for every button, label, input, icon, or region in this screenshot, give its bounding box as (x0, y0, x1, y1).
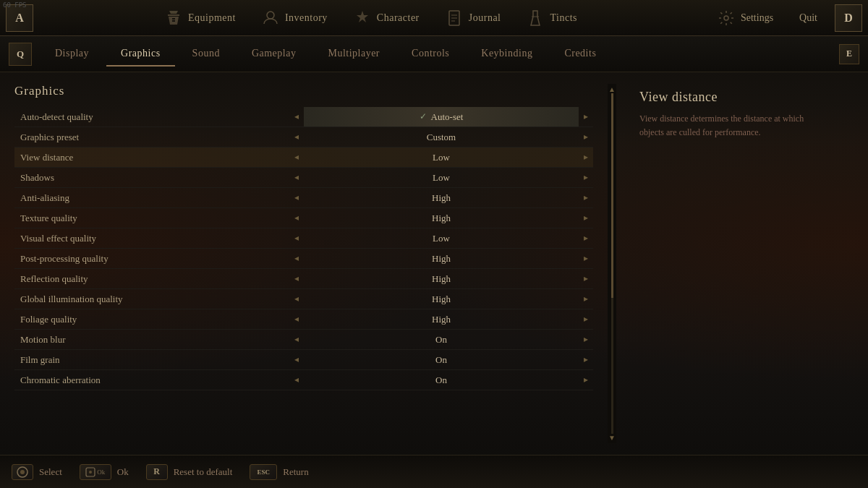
tab-credits[interactable]: Credits (550, 42, 610, 67)
nav-item-character[interactable]: Character (341, 0, 433, 36)
tab-graphics[interactable]: Graphics (106, 42, 175, 67)
setting-value-film-grain: On (304, 354, 579, 366)
nav-tincts-label: Tincts (550, 12, 577, 24)
left-arrow-foliage[interactable]: ◂ (289, 314, 304, 325)
left-arrow-view-distance[interactable]: ◂ (289, 152, 304, 163)
right-corner-button[interactable]: D (835, 4, 862, 32)
setting-value-anti-aliasing: High (304, 192, 579, 204)
right-arrow-post-processing[interactable]: ▸ (579, 253, 593, 264)
setting-name-view-distance: View distance (14, 152, 289, 163)
setting-name-motion-blur: Motion blur (14, 334, 289, 346)
info-panel-title: View distance (639, 90, 842, 105)
settings-panel: Graphics Auto-detect quality ◂ ✓ Auto-se… (14, 84, 593, 443)
setting-row-anti-aliasing[interactable]: Anti-aliasing ◂ High ▸ (14, 188, 593, 208)
right-arrow-auto-detect[interactable]: ▸ (579, 111, 593, 122)
left-arrow-graphics-preset[interactable]: ◂ (289, 132, 304, 142)
right-arrow-texture-quality[interactable]: ▸ (579, 213, 593, 223)
tab-keybinding[interactable]: Keybinding (467, 42, 547, 67)
info-panel-description: View distance determines the distance at… (639, 112, 827, 140)
scroll-down-arrow[interactable]: ▼ (608, 434, 616, 442)
left-arrow-chromatic-aberration[interactable]: ◂ (289, 374, 304, 385)
left-arrow-motion-blur[interactable]: ◂ (289, 334, 304, 345)
right-arrow-reflection[interactable]: ▸ (579, 273, 593, 284)
setting-row-film-grain[interactable]: Film grain ◂ On ▸ (14, 350, 593, 370)
tab-right-icon-button[interactable]: E (839, 44, 859, 64)
tab-display[interactable]: Display (41, 42, 103, 67)
left-arrow-film-grain[interactable]: ◂ (289, 354, 304, 365)
setting-row-chromatic-aberration[interactable]: Chromatic aberration ◂ On ▸ (14, 370, 593, 390)
right-arrow-film-grain[interactable]: ▸ (579, 354, 593, 365)
nav-settings-label: Settings (741, 12, 773, 24)
bottom-action-reset[interactable]: R Reset to default (146, 464, 233, 480)
nav-items-container: Equipment Inventory Character Journal (33, 0, 709, 36)
setting-row-reflection[interactable]: Reflection quality ◂ High ▸ (14, 269, 593, 289)
right-arrow-shadows[interactable]: ▸ (579, 172, 593, 183)
setting-value-reflection: High (304, 273, 579, 285)
tab-sound[interactable]: Sound (178, 42, 234, 67)
setting-name-visual-effect: Visual effect quality (14, 233, 289, 244)
right-arrow-global-illumination[interactable]: ▸ (579, 294, 593, 304)
setting-row-texture-quality[interactable]: Texture quality ◂ High ▸ (14, 208, 593, 228)
scrollbar[interactable]: ▲ ▼ (608, 84, 616, 443)
setting-name-foliage: Foliage quality (14, 314, 289, 325)
info-panel: View distance View distance determines t… (628, 84, 854, 443)
right-arrow-view-distance[interactable]: ▸ (579, 152, 593, 163)
right-arrow-visual-effect[interactable]: ▸ (579, 233, 593, 244)
bottom-action-ok[interactable]: Ok Ok (80, 464, 129, 480)
left-arrow-shadows[interactable]: ◂ (289, 172, 304, 183)
setting-row-post-processing[interactable]: Post-processing quality ◂ High ▸ (14, 249, 593, 269)
setting-name-shadows: Shadows (14, 172, 289, 184)
ok-action-label: Ok (117, 466, 129, 478)
scroll-up-arrow[interactable]: ▲ (608, 85, 616, 93)
right-arrow-chromatic-aberration[interactable]: ▸ (579, 374, 593, 385)
scroll-track (611, 93, 613, 434)
left-arrow-reflection[interactable]: ◂ (289, 273, 304, 284)
setting-row-graphics-preset[interactable]: Graphics preset ◂ Custom ▸ (14, 127, 593, 147)
left-arrow-auto-detect[interactable]: ◂ (289, 111, 304, 122)
setting-row-visual-effect[interactable]: Visual effect quality ◂ Low ▸ (14, 228, 593, 249)
reset-action-label: Reset to default (174, 466, 233, 478)
right-arrow-anti-aliasing[interactable]: ▸ (579, 192, 593, 203)
setting-row-shadows[interactable]: Shadows ◂ Low ▸ (14, 168, 593, 188)
nav-quit-button[interactable]: Quit (791, 0, 826, 36)
tab-left-icon-button[interactable]: Q (9, 43, 32, 66)
setting-value-foliage: High (304, 314, 579, 325)
tab-multiplayer[interactable]: Multiplayer (313, 42, 394, 67)
nav-item-tincts[interactable]: Tincts (514, 0, 590, 36)
setting-name-anti-aliasing: Anti-aliasing (14, 192, 289, 204)
inventory-icon (262, 9, 279, 27)
right-arrow-foliage[interactable]: ▸ (579, 314, 593, 325)
bottom-action-select[interactable]: Select (12, 464, 62, 480)
nav-settings-button[interactable]: Settings (709, 0, 782, 36)
setting-value-auto-detect: ✓ Auto-set (304, 107, 579, 127)
setting-name-post-processing: Post-processing quality (14, 253, 289, 265)
nav-character-label: Character (377, 12, 420, 24)
setting-name-graphics-preset: Graphics preset (14, 132, 289, 143)
left-arrow-visual-effect[interactable]: ◂ (289, 233, 304, 244)
setting-row-motion-blur[interactable]: Motion blur ◂ On ▸ (14, 330, 593, 350)
right-arrow-graphics-preset[interactable]: ▸ (579, 132, 593, 142)
nav-item-equipment[interactable]: Equipment (152, 0, 249, 36)
character-icon (354, 9, 371, 27)
setting-value-graphics-preset: Custom (304, 132, 579, 143)
left-arrow-anti-aliasing[interactable]: ◂ (289, 192, 304, 203)
left-arrow-texture-quality[interactable]: ◂ (289, 213, 304, 223)
return-action-label: Return (283, 466, 308, 478)
tab-controls[interactable]: Controls (397, 42, 464, 67)
setting-row-global-illumination[interactable]: Global illumination quality ◂ High ▸ (14, 289, 593, 309)
svg-point-6 (724, 16, 728, 20)
nav-item-inventory[interactable]: Inventory (249, 0, 341, 36)
nav-item-journal[interactable]: Journal (433, 0, 514, 36)
left-arrow-global-illumination[interactable]: ◂ (289, 294, 304, 304)
setting-value-chromatic-aberration: On (304, 374, 579, 386)
right-arrow-motion-blur[interactable]: ▸ (579, 334, 593, 345)
setting-row-foliage[interactable]: Foliage quality ◂ High ▸ (14, 309, 593, 330)
tab-gameplay[interactable]: Gameplay (237, 42, 311, 67)
tab-bar: Q Display Graphics Sound Gameplay Multip… (0, 36, 868, 72)
setting-value-texture-quality: High (304, 213, 579, 224)
bottom-bar: Select Ok Ok R Reset to default ESC Retu… (0, 455, 868, 488)
bottom-action-return[interactable]: ESC Return (250, 464, 308, 480)
left-arrow-post-processing[interactable]: ◂ (289, 253, 304, 264)
setting-row-auto-detect[interactable]: Auto-detect quality ◂ ✓ Auto-set ▸ (14, 107, 593, 127)
setting-row-view-distance[interactable]: View distance ◂ Low ▸ (14, 147, 593, 168)
